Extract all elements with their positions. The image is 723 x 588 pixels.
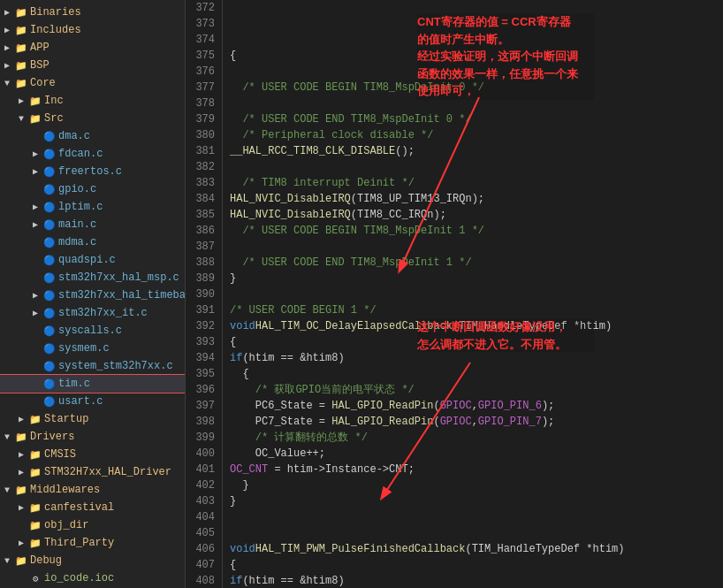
code-line: { — [230, 366, 716, 382]
sidebar-item-dma_c[interactable]: 🔵dma.c — [0, 127, 185, 145]
code-line: OC_CNT = htim->Instance->CNT; — [230, 462, 716, 477]
line-number: 407 — [193, 557, 215, 573]
line-number: 404 — [193, 509, 215, 525]
sidebar-item-label: canfestival — [44, 501, 114, 514]
sidebar-item-third_party[interactable]: ▶📁Third_Party — [0, 534, 185, 552]
sidebar-item-usart_c[interactable]: 🔵usart.c — [0, 393, 185, 410]
sidebar-item-canfestival[interactable]: ▶📁canfestival — [0, 499, 185, 516]
expand-arrow: ▼ — [0, 485, 14, 495]
file-icon: 📁 — [28, 467, 42, 478]
sidebar-item-label: mdma.c — [58, 236, 96, 248]
line-number: 381 — [193, 143, 215, 159]
line-number: 392 — [193, 318, 215, 334]
sidebar-item-label: BSP — [30, 59, 49, 72]
sidebar-item-src[interactable]: ▼📁Src — [0, 110, 185, 127]
sidebar-item-label: Drivers — [30, 431, 74, 443]
file-icon: 🔵 — [42, 325, 57, 337]
sidebar-item-label: Includes — [30, 24, 81, 36]
sidebar-item-label: stm32h7xx_hal_msp.c — [58, 271, 179, 284]
sidebar-item-startup[interactable]: ▶📁Startup — [0, 410, 185, 428]
sidebar-item-label: Src — [44, 112, 64, 125]
code-line: OC_Value++; — [230, 446, 716, 462]
line-number: 394 — [193, 350, 215, 366]
file-icon: 📁 — [28, 414, 42, 425]
code-line: PC6_State = HAL_GPIO_ReadPin(GPIOC,GPIO_… — [230, 398, 716, 414]
line-numbers: 3723733743753763773783793803813823833843… — [186, 0, 223, 588]
expand-arrow: ▶ — [14, 502, 28, 513]
code-line: if(htim == &htim8) — [230, 573, 716, 588]
sidebar-item-label: usart.c — [58, 395, 103, 408]
sidebar-item-gpio_c[interactable]: 🔵gpio.c — [0, 180, 185, 198]
sidebar-item-includes[interactable]: ▶📁Includes — [0, 21, 185, 39]
sidebar-item-label: obj_dir — [44, 519, 88, 531]
sidebar-item-freertos_c[interactable]: ▶🔵freertos.c — [0, 163, 185, 180]
sidebar-item-label: APP — [30, 42, 49, 54]
sidebar-item-label: Middlewares — [30, 484, 100, 496]
sidebar-item-label: system_stm32h7xx.c — [58, 360, 173, 372]
sidebar-item-app[interactable]: ▶📁APP — [0, 39, 185, 57]
line-number: 405 — [193, 525, 215, 541]
file-icon: 🔵 — [42, 131, 57, 142]
sidebar-item-quadspi_c[interactable]: 🔵quadspi.c — [0, 251, 185, 269]
sidebar-item-label: Core — [30, 77, 56, 89]
sidebar-item-stm32h7xx_hal_driver[interactable]: ▶📁STM32H7xx_HAL_Driver — [0, 463, 185, 481]
sidebar-item-io_code_ioc[interactable]: ⚙io_code.ioc — [0, 569, 185, 587]
sidebar-item-label: stm32h7xx_hal_timebase_tim.c — [58, 289, 186, 302]
expand-arrow: ▶ — [14, 467, 28, 477]
file-icon: 🔵 — [42, 184, 57, 195]
sidebar-item-label: freertos.c — [58, 165, 122, 178]
sidebar-item-binaries[interactable]: ▶📁Binaries — [0, 4, 185, 21]
code-line: { — [230, 334, 716, 350]
sidebar-item-lptim_c[interactable]: ▶🔵lptim.c — [0, 198, 185, 216]
line-number: 380 — [193, 127, 215, 143]
sidebar-item-inc[interactable]: ▶📁Inc — [0, 92, 185, 110]
file-icon: ⚙ — [28, 573, 42, 584]
sidebar-item-stm32h7xx_hal_msp_c[interactable]: 🔵stm32h7xx_hal_msp.c — [0, 269, 185, 286]
sidebar-item-system_stm32h7xx_c[interactable]: 🔵system_stm32h7xx.c — [0, 357, 185, 375]
file-icon: 📁 — [14, 485, 28, 496]
expand-arrow: ▶ — [28, 290, 42, 301]
sidebar-item-core[interactable]: ▼📁Core — [0, 74, 185, 92]
line-number: 390 — [193, 286, 215, 302]
sidebar-item-middlewares[interactable]: ▼📁Middlewares — [0, 481, 185, 499]
code-line: HAL_NVIC_DisableIRQ(TIM8_CC_IRQn); — [230, 207, 716, 223]
sidebar-item-label: CMSIS — [44, 448, 76, 461]
expand-arrow: ▶ — [28, 149, 42, 159]
sidebar-item-mdma_c[interactable]: 🔵mdma.c — [0, 233, 185, 251]
sidebar-item-stm32h7xx_hal_timebase_tim_c[interactable]: ▶🔵stm32h7xx_hal_timebase_tim.c — [0, 286, 185, 304]
file-icon: 📁 — [28, 502, 42, 514]
sidebar-item-fdcan_c[interactable]: ▶🔵fdcan.c — [0, 145, 185, 163]
line-number: 386 — [193, 223, 215, 239]
line-number: 383 — [193, 175, 215, 191]
sidebar-item-sysmem_c[interactable]: 🔵sysmem.c — [0, 340, 185, 357]
sidebar-item-drivers[interactable]: ▼📁Drivers — [0, 428, 185, 446]
sidebar-item-debug[interactable]: ▼📁Debug — [0, 552, 185, 569]
line-number: 393 — [193, 334, 215, 350]
line-number: 408 — [193, 573, 215, 588]
sidebar-item-label: fdcan.c — [58, 148, 103, 160]
code-line: /* USER CODE END TIM8_MspDeInit 1 */ — [230, 255, 716, 271]
line-number: 376 — [193, 64, 215, 80]
sidebar-item-stm32h7xx_it_c[interactable]: ▶🔵stm32h7xx_it.c — [0, 304, 185, 322]
sidebar-item-tim_c[interactable]: 🔵tim.c — [0, 375, 185, 393]
sidebar-item-main_c[interactable]: ▶🔵main.c — [0, 216, 185, 233]
line-number: 375 — [193, 48, 215, 64]
file-icon: 🔵 — [42, 272, 57, 284]
sidebar-item-obj_dir[interactable]: 📁obj_dir — [0, 516, 185, 534]
file-icon: 📁 — [14, 431, 28, 443]
line-number: 373 — [193, 16, 215, 32]
line-number: 387 — [193, 239, 215, 255]
code-line — [230, 286, 716, 302]
sidebar-item-bsp[interactable]: ▶📁BSP — [0, 57, 185, 74]
sidebar-item-label: syscalls.c — [58, 325, 122, 337]
code-line: /* 计算翻转的总数 */ — [230, 430, 716, 446]
code-content: CNT寄存器的值 = CCR寄存器的值时产生中断。经过实验证明，这两个中断回调函… — [223, 0, 723, 588]
sidebar-item-syscalls_c[interactable]: 🔵syscalls.c — [0, 322, 185, 340]
file-icon: 📁 — [14, 78, 28, 89]
line-number: 400 — [193, 446, 215, 462]
expand-arrow: ▶ — [28, 219, 42, 230]
sidebar-item-cmsis[interactable]: ▶📁CMSIS — [0, 446, 185, 463]
expand-arrow: ▶ — [14, 95, 28, 106]
expand-arrow: ▼ — [0, 79, 14, 88]
code-line: void HAL_TIM_OC_DelayElapsedCallback(TIM… — [230, 318, 716, 334]
